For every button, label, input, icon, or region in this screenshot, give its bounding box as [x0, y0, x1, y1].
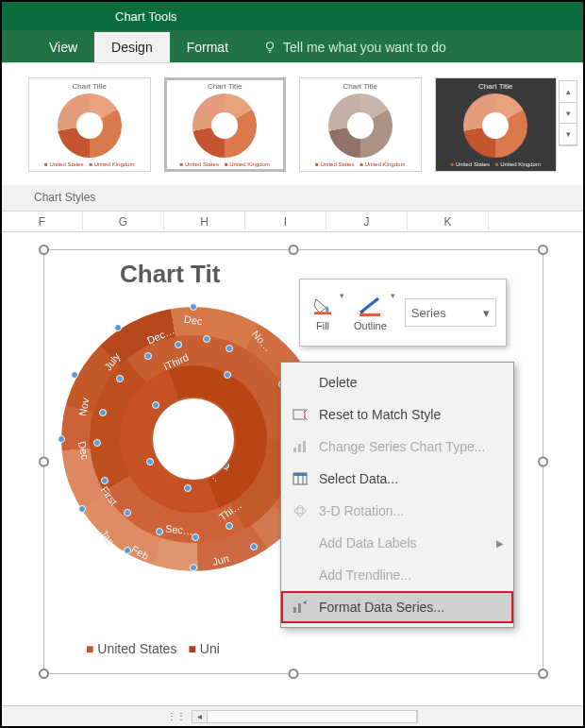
seg-label: First	[99, 484, 120, 507]
svg-rect-3	[293, 410, 305, 419]
ctx-format-data-series[interactable]: Format Data Series...	[281, 591, 513, 623]
chart-style-2[interactable]: Chart Title United StatesUnited Kingdom	[164, 77, 287, 172]
svg-point-0	[267, 42, 274, 49]
svg-rect-1	[314, 312, 331, 314]
chart-tools-title: Chart Tools	[2, 2, 583, 30]
svg-rect-14	[298, 603, 301, 613]
chart-object[interactable]: Chart Tit Dec Dec… iThird July Nov No… D…	[43, 249, 543, 674]
gallery-more-icon[interactable]: ▾	[560, 124, 577, 145]
style-gallery: Chart Title United StatesUnited Kingdom …	[2, 62, 583, 185]
seg-label: Sta…	[155, 415, 182, 440]
ctx-select-data[interactable]: Select Data...	[281, 463, 513, 495]
sheet-footer: ⋮⋮ ◂	[2, 705, 583, 726]
col-I[interactable]: I	[245, 212, 326, 231]
scroll-left-icon[interactable]: ◂	[192, 711, 208, 722]
svg-point-11	[294, 508, 306, 514]
outline-icon	[357, 294, 383, 318]
seg-label: Sec…	[164, 522, 193, 536]
svg-rect-8	[293, 473, 307, 476]
col-K[interactable]: K	[408, 212, 489, 231]
gallery-down-icon[interactable]: ▾	[560, 103, 577, 125]
svg-rect-5	[298, 444, 301, 452]
chart-style-4[interactable]: Chart Title United StatesUnited Kingdom	[435, 77, 558, 172]
svg-rect-6	[303, 441, 306, 452]
dropdown-caret-icon[interactable]: ▾	[391, 291, 395, 300]
context-menu: Delete Reset to Match Style Change Serie…	[280, 362, 514, 628]
legend-item[interactable]: United States	[86, 641, 176, 656]
grip-icon[interactable]: ⋮⋮	[167, 711, 186, 721]
dropdown-caret-icon[interactable]: ▾	[340, 291, 344, 300]
mini-toolbar: Fill ▾ Outline ▾ Series ▾	[299, 279, 507, 347]
resize-handle[interactable]	[538, 245, 548, 255]
chart-style-3[interactable]: Chart Title United StatesUnited Kingdom	[299, 77, 422, 172]
resize-handle[interactable]	[39, 457, 49, 467]
ribbon-tabs: View Design Format Tell me what you want…	[2, 30, 583, 62]
resize-handle[interactable]	[538, 457, 548, 467]
tellme-label: Tell me what you want to do	[283, 40, 446, 55]
col-G[interactable]: G	[83, 212, 164, 231]
seg-label: July	[102, 351, 123, 373]
chart-type-icon	[291, 437, 309, 456]
tab-format[interactable]: Format	[170, 32, 245, 62]
legend-item[interactable]: Uni	[188, 641, 219, 656]
tellme[interactable]: Tell me what you want to do	[245, 32, 463, 62]
tab-view[interactable]: View	[32, 32, 94, 62]
thumb-title: Chart Title	[478, 82, 512, 91]
submenu-arrow-icon: ▶	[496, 538, 504, 549]
select-data-icon	[291, 469, 309, 488]
gallery-up-icon[interactable]: ▴	[560, 81, 577, 103]
col-H[interactable]: H	[164, 212, 245, 231]
seg-label: Nov	[76, 397, 91, 416]
fill-icon	[309, 294, 336, 318]
dropdown-caret-icon: ▾	[483, 306, 490, 320]
thumb-title: Chart Title	[343, 82, 377, 91]
column-headers: F G H I J K	[2, 212, 583, 232]
chart-style-1[interactable]: Chart Title United StatesUnited Kingdom	[28, 77, 151, 172]
thumb-title: Chart Title	[208, 82, 242, 91]
ctx-change-chart-type: Change Series Chart Type...	[281, 431, 513, 463]
svg-rect-4	[293, 448, 296, 452]
resize-handle[interactable]	[39, 669, 49, 679]
seg-label: Dec	[76, 440, 92, 461]
seg-label: Jun	[211, 552, 230, 567]
seg-label: Dec…	[145, 324, 176, 346]
ctx-3d-rotation: 3-D Rotation...	[281, 495, 513, 527]
style-gallery-scroll[interactable]: ▴ ▾ ▾	[559, 80, 577, 146]
resize-handle[interactable]	[289, 669, 299, 679]
col-F[interactable]: F	[2, 212, 83, 231]
chart-legend[interactable]: United States Uni	[86, 641, 220, 656]
resize-handle[interactable]	[289, 245, 299, 255]
resize-handle[interactable]	[39, 245, 49, 255]
ctx-delete[interactable]: Delete	[281, 366, 513, 398]
fill-label: Fill	[316, 320, 329, 331]
seg-label: Dec	[183, 313, 203, 328]
thumb-title: Chart Title	[73, 82, 107, 91]
chart-element-picker[interactable]: Series ▾	[405, 298, 496, 327]
tab-design[interactable]: Design	[94, 32, 170, 62]
svg-point-12	[297, 505, 303, 516]
ctx-add-data-labels: Add Data Labels ▶	[281, 527, 513, 559]
chart-styles-group-label: Chart Styles	[2, 185, 583, 212]
seg-label: No…	[250, 329, 275, 354]
resize-handle[interactable]	[538, 669, 548, 679]
rotate-3d-icon	[291, 501, 309, 520]
fill-button[interactable]: Fill	[309, 294, 336, 331]
worksheet-area[interactable]: Chart Tit Dec Dec… iThird July Nov No… D…	[2, 232, 583, 705]
col-J[interactable]: J	[326, 212, 408, 231]
seg-label: Feb	[129, 543, 150, 562]
svg-rect-2	[359, 313, 380, 316]
outline-button[interactable]: Outline	[354, 294, 387, 331]
outline-label: Outline	[354, 320, 387, 331]
horizontal-scrollbar[interactable]: ◂	[192, 710, 418, 723]
seg-label: Jan	[98, 527, 117, 547]
reset-icon	[291, 405, 309, 424]
series-label: Series	[411, 306, 446, 320]
format-series-icon	[291, 598, 309, 617]
ctx-add-trendline: Add Trendline...	[281, 559, 513, 591]
ctx-reset[interactable]: Reset to Match Style	[281, 398, 513, 431]
bulb-icon	[262, 40, 277, 55]
chart-title[interactable]: Chart Tit	[120, 260, 220, 289]
svg-rect-13	[293, 607, 296, 613]
